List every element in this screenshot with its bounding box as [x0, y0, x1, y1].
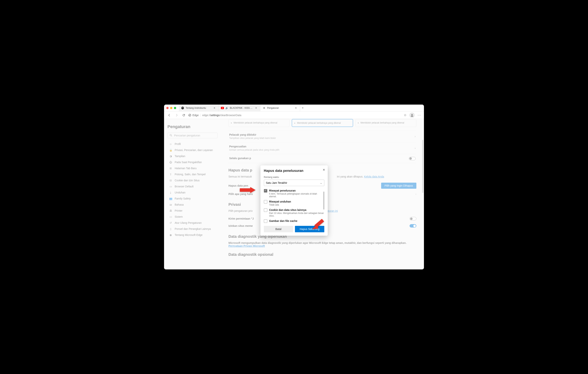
maximize-button[interactable]	[174, 107, 176, 109]
menu-icon[interactable]: ···	[418, 114, 421, 117]
checkbox-cookies[interactable]	[264, 208, 267, 212]
close-tab-icon[interactable]: ✕	[295, 107, 298, 109]
new-tab-button[interactable]: ＋	[300, 105, 305, 111]
dialog-title: Hapus data penelusuran	[264, 169, 324, 173]
modal-scrollbar[interactable]	[323, 192, 324, 210]
time-range-select[interactable]: Satu Jam Terakhir ⌄	[264, 180, 324, 186]
svg-point-3	[411, 114, 413, 115]
edge-badge: Edge	[188, 114, 201, 117]
check-desc: Dari 10 situs. Mengeluarkan Anda dari se…	[269, 212, 324, 217]
audio-icon[interactable]: 🔊	[225, 107, 228, 109]
youtube-icon	[221, 107, 224, 109]
minimize-button[interactable]	[170, 107, 172, 109]
reload-button[interactable]	[181, 113, 186, 118]
data-types-list: Riwayat penelusuran5 item. Termasuk pele…	[264, 189, 324, 223]
checkbox-cache[interactable]	[264, 219, 267, 223]
favorites-icon[interactable]: ✩	[404, 113, 406, 117]
cancel-button[interactable]: Batal	[264, 226, 293, 232]
check-title: Cookie dan data situs lainnya	[269, 208, 324, 212]
annotation-arrow-2	[311, 219, 325, 230]
modal-overlay: ✕ Hapus data penelusuran Rentang waktu S…	[164, 119, 424, 269]
tab-youtube[interactable]: 🔊 BLACKPINK - KISS AND M ✕	[219, 105, 260, 111]
tab-settings[interactable]: ⚙ Pengaturan ✕	[260, 105, 300, 111]
back-button[interactable]	[167, 113, 172, 118]
tab-label: Pengaturan	[267, 107, 294, 109]
close-tab-icon[interactable]: ✕	[213, 107, 216, 109]
toolbar-right: ✩ ···	[404, 113, 421, 118]
checkbox-downloads[interactable]	[264, 200, 267, 203]
annotation-arrow-1	[239, 186, 256, 194]
check-title: Riwayat penelusuran	[269, 189, 324, 192]
edge-label: Edge	[192, 114, 199, 117]
checkbox-browsing[interactable]	[264, 189, 267, 192]
close-dialog-icon[interactable]: ✕	[323, 168, 325, 172]
traffic-lights	[166, 107, 176, 109]
select-value: Satu Jam Terakhir	[266, 181, 287, 184]
check-download-history: Riwayat unduhanTidak ada	[264, 200, 324, 206]
check-cookies: Cookie dan data situs lainnyaDari 10 sit…	[264, 208, 324, 217]
edge-icon	[188, 114, 191, 117]
chevron-down-icon: ⌄	[320, 181, 322, 184]
forward-button[interactable]	[174, 113, 179, 118]
titlebar: Tentang Androbuntu ✕ 🔊 BLACKPINK - KISS …	[164, 105, 424, 111]
check-desc: Tidak ada	[269, 203, 324, 206]
check-desc: 5 item. Termasuk pelengkapan otomatis di…	[269, 192, 324, 198]
check-title: Riwayat unduhan	[269, 200, 324, 203]
time-range-label: Rentang waktu	[264, 176, 324, 179]
gear-icon: ⚙	[262, 107, 266, 109]
content-area: Pengaturan ☺Profil 🔒Privasi, Pencarian, …	[164, 119, 424, 269]
tab-androbuntu[interactable]: Tentang Androbuntu ✕	[179, 105, 219, 111]
tab-strip: Tentang Androbuntu ✕ 🔊 BLACKPINK - KISS …	[179, 105, 422, 111]
close-tab-icon[interactable]: ✕	[255, 107, 258, 109]
infinity-icon	[181, 107, 184, 109]
profile-avatar[interactable]	[409, 113, 415, 118]
close-button[interactable]	[166, 107, 168, 109]
browser-window: Tentang Androbuntu ✕ 🔊 BLACKPINK - KISS …	[164, 105, 424, 269]
tab-label: Tentang Androbuntu	[186, 107, 212, 109]
toolbar: Edge edge://settings/clearBrowserData ✩ …	[164, 111, 424, 119]
url-text: edge://settings/clearBrowserData	[202, 114, 241, 117]
check-browsing-history: Riwayat penelusuran5 item. Termasuk pele…	[264, 189, 324, 198]
tab-label: BLACKPINK - KISS AND M	[230, 107, 254, 109]
address-bar[interactable]: Edge edge://settings/clearBrowserData	[188, 114, 402, 117]
